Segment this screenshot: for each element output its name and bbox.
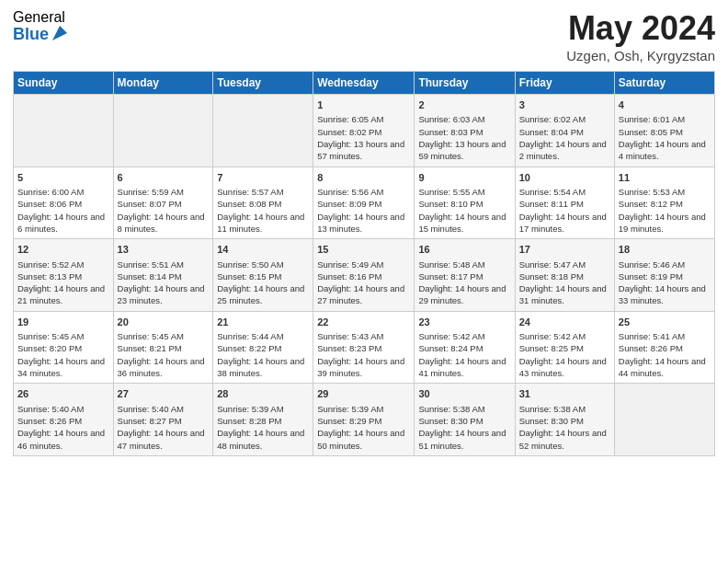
daylight-text: Daylight: 14 hours and 36 minutes. bbox=[118, 355, 210, 380]
day-number: 7 bbox=[217, 171, 309, 185]
sunset-text: Sunset: 8:09 PM bbox=[317, 198, 410, 210]
sunrise-text: Sunrise: 5:45 AM bbox=[118, 330, 210, 342]
day-number: 6 bbox=[118, 171, 210, 185]
sunset-text: Sunset: 8:16 PM bbox=[317, 270, 410, 282]
calendar-cell: 13Sunrise: 5:51 AMSunset: 8:14 PMDayligh… bbox=[113, 239, 213, 312]
sunset-text: Sunset: 8:02 PM bbox=[317, 126, 410, 138]
calendar-cell: 7Sunrise: 5:57 AMSunset: 8:08 PMDaylight… bbox=[213, 167, 313, 239]
header: General Blue May 2024 Uzgen, Osh, Kyrgyz… bbox=[13, 9, 715, 63]
sunset-text: Sunset: 8:30 PM bbox=[519, 415, 610, 427]
sunrise-text: Sunrise: 5:45 AM bbox=[17, 330, 109, 342]
sunrise-text: Sunrise: 5:54 AM bbox=[519, 186, 610, 198]
day-number: 8 bbox=[317, 171, 410, 185]
sunrise-text: Sunrise: 5:46 AM bbox=[619, 259, 711, 270]
sunrise-text: Sunrise: 5:55 AM bbox=[418, 186, 510, 198]
daylight-text: Daylight: 14 hours and 39 minutes. bbox=[317, 355, 410, 380]
daylight-text: Daylight: 14 hours and 31 minutes. bbox=[519, 282, 610, 307]
calendar: Sunday Monday Tuesday Wednesday Thursday… bbox=[13, 71, 715, 456]
daylight-text: Daylight: 14 hours and 4 minutes. bbox=[619, 138, 711, 163]
day-number: 28 bbox=[217, 387, 309, 401]
sunset-text: Sunset: 8:14 PM bbox=[118, 270, 210, 282]
sunset-text: Sunset: 8:26 PM bbox=[17, 415, 109, 427]
daylight-text: Daylight: 14 hours and 8 minutes. bbox=[118, 211, 210, 236]
sunrise-text: Sunrise: 6:05 AM bbox=[317, 113, 410, 125]
daylight-text: Daylight: 14 hours and 51 minutes. bbox=[418, 427, 510, 452]
day-number: 25 bbox=[619, 316, 711, 329]
daylight-text: Daylight: 14 hours and 34 minutes. bbox=[17, 355, 109, 380]
calendar-cell: 17Sunrise: 5:47 AMSunset: 8:18 PMDayligh… bbox=[515, 239, 614, 312]
day-number: 27 bbox=[118, 387, 210, 401]
calendar-cell bbox=[213, 95, 313, 167]
calendar-cell: 15Sunrise: 5:49 AMSunset: 8:16 PMDayligh… bbox=[313, 239, 415, 312]
sunrise-text: Sunrise: 5:41 AM bbox=[619, 330, 711, 342]
sunset-text: Sunset: 8:21 PM bbox=[118, 342, 210, 354]
sunset-text: Sunset: 8:15 PM bbox=[217, 270, 309, 282]
day-number: 26 bbox=[17, 387, 109, 401]
daylight-text: Daylight: 14 hours and 23 minutes. bbox=[118, 282, 210, 307]
day-number: 17 bbox=[519, 243, 610, 257]
calendar-cell: 5Sunrise: 6:00 AMSunset: 8:06 PMDaylight… bbox=[14, 167, 114, 239]
calendar-cell: 27Sunrise: 5:40 AMSunset: 8:27 PMDayligh… bbox=[113, 384, 213, 456]
sunset-text: Sunset: 8:27 PM bbox=[118, 415, 210, 427]
calendar-cell: 29Sunrise: 5:39 AMSunset: 8:29 PMDayligh… bbox=[313, 384, 415, 456]
sunrise-text: Sunrise: 5:52 AM bbox=[17, 259, 109, 270]
sunset-text: Sunset: 8:12 PM bbox=[619, 198, 711, 210]
daylight-text: Daylight: 14 hours and 47 minutes. bbox=[118, 427, 210, 452]
sunrise-text: Sunrise: 5:39 AM bbox=[317, 403, 410, 415]
calendar-cell: 8Sunrise: 5:56 AMSunset: 8:09 PMDaylight… bbox=[313, 167, 415, 239]
sunrise-text: Sunrise: 5:57 AM bbox=[217, 186, 309, 198]
daylight-text: Daylight: 14 hours and 17 minutes. bbox=[519, 211, 610, 236]
sunrise-text: Sunrise: 5:40 AM bbox=[118, 403, 210, 415]
sunrise-text: Sunrise: 5:49 AM bbox=[317, 259, 410, 270]
daylight-text: Daylight: 14 hours and 33 minutes. bbox=[619, 282, 711, 307]
sunset-text: Sunset: 8:10 PM bbox=[418, 198, 510, 210]
sunrise-text: Sunrise: 5:38 AM bbox=[418, 403, 510, 415]
calendar-header-row: Sunday Monday Tuesday Wednesday Thursday… bbox=[14, 72, 715, 95]
day-number: 19 bbox=[17, 316, 109, 329]
sunset-text: Sunset: 8:30 PM bbox=[418, 415, 510, 427]
calendar-cell: 14Sunrise: 5:50 AMSunset: 8:15 PMDayligh… bbox=[213, 239, 313, 312]
sunset-text: Sunset: 8:18 PM bbox=[519, 270, 610, 282]
sunrise-text: Sunrise: 6:02 AM bbox=[519, 113, 610, 125]
sunset-text: Sunset: 8:26 PM bbox=[619, 342, 711, 354]
logo-general: General bbox=[13, 9, 69, 26]
header-sunday: Sunday bbox=[14, 72, 114, 95]
sunset-text: Sunset: 8:25 PM bbox=[519, 342, 610, 354]
daylight-text: Daylight: 13 hours and 57 minutes. bbox=[317, 138, 410, 163]
daylight-text: Daylight: 14 hours and 19 minutes. bbox=[619, 211, 711, 236]
daylight-text: Daylight: 14 hours and 13 minutes. bbox=[317, 211, 410, 236]
calendar-cell: 9Sunrise: 5:55 AMSunset: 8:10 PMDaylight… bbox=[415, 167, 515, 239]
calendar-cell: 12Sunrise: 5:52 AMSunset: 8:13 PMDayligh… bbox=[14, 239, 114, 312]
sunrise-text: Sunrise: 5:47 AM bbox=[519, 259, 610, 270]
daylight-text: Daylight: 14 hours and 38 minutes. bbox=[217, 355, 309, 380]
daylight-text: Daylight: 14 hours and 29 minutes. bbox=[418, 282, 510, 307]
sunset-text: Sunset: 8:03 PM bbox=[418, 126, 510, 138]
calendar-week-1: 5Sunrise: 6:00 AMSunset: 8:06 PMDaylight… bbox=[14, 167, 715, 239]
calendar-cell: 22Sunrise: 5:43 AMSunset: 8:23 PMDayligh… bbox=[313, 311, 415, 384]
day-number: 4 bbox=[619, 98, 711, 112]
calendar-cell bbox=[113, 95, 213, 167]
sunset-text: Sunset: 8:07 PM bbox=[118, 198, 210, 210]
calendar-cell: 31Sunrise: 5:38 AMSunset: 8:30 PMDayligh… bbox=[515, 384, 614, 456]
sunrise-text: Sunrise: 6:01 AM bbox=[619, 113, 711, 125]
calendar-cell: 30Sunrise: 5:38 AMSunset: 8:30 PMDayligh… bbox=[415, 384, 515, 456]
daylight-text: Daylight: 14 hours and 48 minutes. bbox=[217, 427, 309, 452]
sunrise-text: Sunrise: 5:43 AM bbox=[317, 330, 410, 342]
calendar-week-2: 12Sunrise: 5:52 AMSunset: 8:13 PMDayligh… bbox=[14, 239, 715, 312]
sunset-text: Sunset: 8:23 PM bbox=[317, 342, 410, 354]
sunrise-text: Sunrise: 5:39 AM bbox=[217, 403, 309, 415]
sunrise-text: Sunrise: 6:00 AM bbox=[17, 186, 109, 198]
sunrise-text: Sunrise: 5:56 AM bbox=[317, 186, 410, 198]
sunset-text: Sunset: 8:08 PM bbox=[217, 198, 309, 210]
day-number: 11 bbox=[619, 171, 711, 185]
day-number: 10 bbox=[519, 171, 610, 185]
header-friday: Friday bbox=[515, 72, 614, 95]
sunrise-text: Sunrise: 5:38 AM bbox=[519, 403, 610, 415]
sunset-text: Sunset: 8:28 PM bbox=[217, 415, 309, 427]
header-saturday: Saturday bbox=[614, 72, 714, 95]
day-number: 16 bbox=[418, 243, 510, 257]
calendar-cell: 4Sunrise: 6:01 AMSunset: 8:05 PMDaylight… bbox=[614, 95, 714, 167]
sunrise-text: Sunrise: 5:42 AM bbox=[519, 330, 610, 342]
calendar-cell: 10Sunrise: 5:54 AMSunset: 8:11 PMDayligh… bbox=[515, 167, 614, 239]
day-number: 5 bbox=[17, 171, 109, 185]
